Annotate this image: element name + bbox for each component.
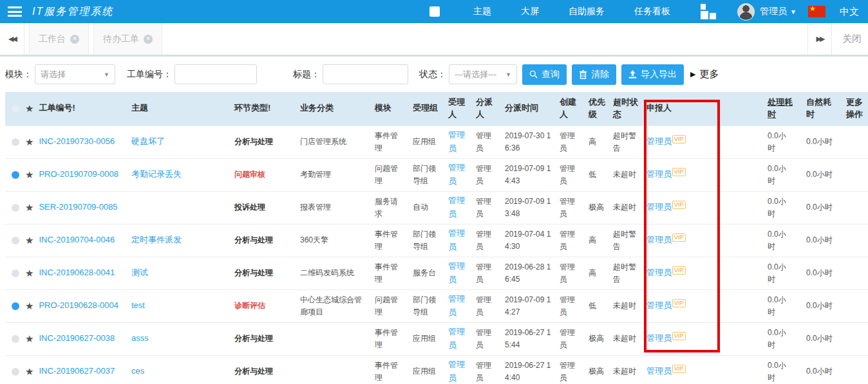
order-no-cell: ★PRO-20190709-0008 <box>5 158 129 191</box>
avatar[interactable] <box>737 3 755 21</box>
more-ops-cell[interactable] <box>844 257 868 289</box>
more-ops-cell[interactable] <box>844 355 868 384</box>
search-button[interactable]: 查询 <box>522 64 567 85</box>
subject-link[interactable]: test <box>131 300 145 310</box>
header-creator[interactable]: 创建人 <box>557 92 586 125</box>
header-dispatch-time[interactable]: 分派时间 <box>502 92 557 125</box>
reporter-link[interactable]: 管理员 <box>646 235 672 244</box>
order-no-link[interactable]: INC-20190628-0041 <box>39 268 115 277</box>
accept-group-cell: 应用组 <box>410 322 446 355</box>
header-accept-group[interactable]: 受理组 <box>410 92 446 125</box>
subject-link[interactable]: 测试 <box>131 268 148 277</box>
window-icon[interactable] <box>429 6 440 17</box>
more-ops-cell[interactable] <box>844 158 868 191</box>
star-icon[interactable]: ★ <box>25 268 33 279</box>
title-input[interactable] <box>323 64 408 84</box>
header-timeout-status[interactable]: 超时状态 <box>610 92 644 125</box>
lang-switch[interactable]: 中文 <box>840 6 859 18</box>
module-cell: 事件管理 <box>372 355 410 384</box>
more-button[interactable]: ▶ 更多 <box>690 68 719 80</box>
header-module[interactable]: 模块 <box>372 92 410 125</box>
star-icon[interactable]: ★ <box>25 366 33 377</box>
close-icon[interactable]: ✕ <box>70 35 79 44</box>
header-reporter[interactable]: 申报人 <box>644 92 765 125</box>
nav-selfservice[interactable]: 自助服务 <box>569 6 605 17</box>
subject-link[interactable]: 定时事件派发 <box>131 235 182 244</box>
star-icon[interactable]: ★ <box>25 333 33 344</box>
accept-person-link[interactable]: 管理员 <box>448 130 465 152</box>
header-dispatch-person[interactable]: 分派人 <box>473 92 502 125</box>
module-label: 模块： <box>5 69 32 80</box>
accept-person-link[interactable]: 管理员 <box>448 327 465 349</box>
module-select[interactable]: 请选择 ▼ <box>35 64 115 84</box>
order-no-link[interactable]: INC-20190627-0037 <box>39 366 115 376</box>
apps-grid-icon[interactable] <box>700 3 717 20</box>
reporter-link[interactable]: 管理员 <box>646 366 672 376</box>
order-no-link[interactable]: INC-20190627-0038 <box>39 333 115 343</box>
tab-pending-orders[interactable]: 待办工单 ✕ <box>93 23 162 55</box>
header-subject[interactable]: 主题 <box>129 92 232 125</box>
clear-button[interactable]: 清除 <box>572 64 616 85</box>
more-ops-cell[interactable] <box>844 224 868 257</box>
nav-bigscreen[interactable]: 大屏 <box>521 6 539 17</box>
nav-taskboard[interactable]: 任务看板 <box>634 6 670 17</box>
star-icon[interactable]: ★ <box>25 136 33 147</box>
reporter-link[interactable]: 管理员 <box>646 333 672 343</box>
reporter-link[interactable]: 管理员 <box>646 136 672 146</box>
tab-workbench[interactable]: 工作台 ✕ <box>29 23 89 55</box>
header-biz-category[interactable]: 业务分类 <box>297 92 372 125</box>
tabs-scroll-left-button[interactable]: ◀◀ <box>0 23 24 55</box>
star-icon[interactable]: ★ <box>25 300 33 311</box>
more-ops-cell[interactable] <box>844 191 868 224</box>
header-priority[interactable]: 优先级 <box>586 92 610 125</box>
step-type-cell: 分析与处理 <box>232 257 297 289</box>
star-icon[interactable]: ★ <box>25 169 33 180</box>
accept-person-link[interactable]: 管理员 <box>448 294 465 316</box>
menu-icon[interactable] <box>8 6 22 17</box>
more-ops-cell[interactable] <box>844 322 868 355</box>
status-select[interactable]: ---请选择--- ▼ <box>449 64 517 84</box>
chevron-down-icon[interactable]: ▼ <box>790 8 797 15</box>
subject-link[interactable]: ces <box>131 366 144 376</box>
subject-link[interactable]: 硬盘坏了 <box>131 136 165 146</box>
close-icon[interactable]: ✕ <box>144 35 153 44</box>
order-no-link[interactable]: PRO-20190628-0004 <box>39 300 118 310</box>
header-accept-person[interactable]: 受理人 <box>446 92 473 125</box>
star-icon[interactable]: ★ <box>25 235 33 246</box>
status-dot-icon <box>12 270 19 277</box>
more-ops-cell[interactable] <box>844 289 868 322</box>
order-no-link[interactable]: INC-20190730-0056 <box>39 136 115 146</box>
reporter-link[interactable]: 管理员 <box>646 268 672 277</box>
reporter-link[interactable]: 管理员 <box>646 169 672 179</box>
nav-theme[interactable]: 主题 <box>473 6 491 17</box>
accept-person-link[interactable]: 管理员 <box>448 360 465 382</box>
accept-person-link[interactable]: 管理员 <box>448 163 465 185</box>
accept-person-link[interactable]: 管理员 <box>448 261 465 284</box>
chevron-down-icon: ▼ <box>505 71 511 78</box>
header-more-ops[interactable]: 更多操作 <box>844 92 868 125</box>
accept-person-link[interactable]: 管理员 <box>448 196 465 218</box>
more-ops-cell[interactable] <box>844 125 868 158</box>
header-natural-hours[interactable]: 自然耗时 <box>804 92 844 125</box>
reporter-link[interactable]: 管理员 <box>646 300 672 310</box>
reporter-cell: 管理员VIP <box>644 257 765 289</box>
tabs-scroll-right-button[interactable]: ▶▶ <box>807 23 832 55</box>
header-process-hours[interactable]: 处理耗时 <box>765 92 804 125</box>
user-name[interactable]: 管理员 <box>760 6 787 17</box>
star-icon[interactable]: ★ <box>25 202 33 213</box>
reporter-link[interactable]: 管理员 <box>646 202 672 212</box>
order-no-link[interactable]: SER-20190709-0085 <box>39 202 117 212</box>
header-step-type[interactable]: 环节类型! <box>232 92 297 125</box>
accept-person-link[interactable]: 管理员 <box>448 228 465 251</box>
subject-link[interactable]: asss <box>131 333 149 343</box>
header-order-no[interactable]: ★工单编号! <box>5 92 129 125</box>
order-no-input[interactable] <box>175 64 257 84</box>
import-export-button[interactable]: 导入导出 <box>621 64 684 85</box>
close-tabs-button[interactable]: 关闭 <box>832 23 868 55</box>
order-no-link[interactable]: PRO-20190709-0008 <box>39 169 118 179</box>
natural-hours-cell: 0.0小时 <box>804 289 844 322</box>
module-select-value: 请选择 <box>41 69 66 80</box>
subject-link[interactable]: 考勤记录丢失 <box>131 169 182 179</box>
order-no-link[interactable]: INC-20190704-0046 <box>39 235 115 244</box>
process-hours-cell: 0.0小时 <box>765 355 804 384</box>
